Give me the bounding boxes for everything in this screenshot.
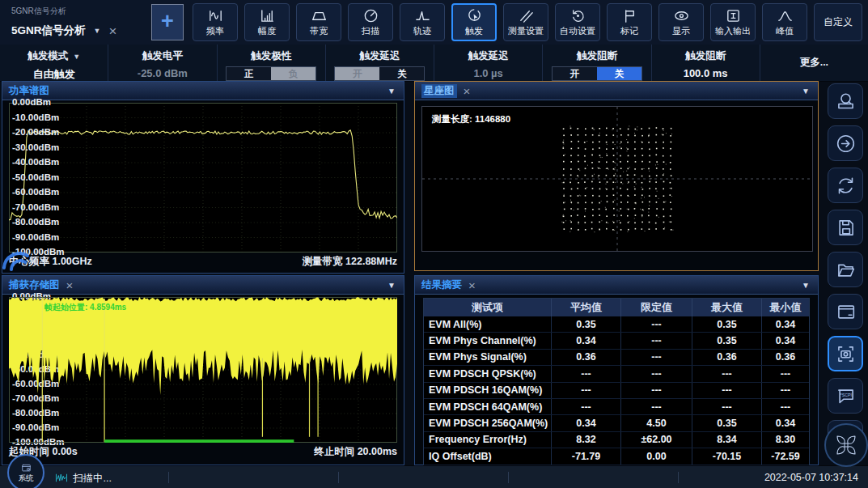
table-cell: --- <box>692 366 762 381</box>
power-spectrum-plot: 0.00dBm-10.00dBm-20.00dBm-30.00dBm-40.00… <box>9 103 397 252</box>
sidebar-button-arrow-right-circle[interactable] <box>828 125 863 161</box>
table-cell: --- <box>762 399 809 414</box>
toolbar-button-1[interactable]: 幅度 <box>244 3 290 41</box>
toggle-5[interactable]: 开关 <box>552 66 642 81</box>
toolbar-button-10[interactable]: 输入输出 <box>710 3 756 41</box>
chevron-down-icon[interactable]: ▼ <box>94 27 101 35</box>
panel-results-titlebar[interactable]: 结果摘要 × ▼ <box>415 276 818 295</box>
trigger-cell-value: 100.0 ms <box>684 67 728 79</box>
toggle-option[interactable]: 正 <box>227 67 271 80</box>
sidebar-button-print[interactable] <box>828 83 863 119</box>
collapse-icon[interactable]: ▼ <box>387 87 396 95</box>
panel-capture-titlebar[interactable]: 捕获存储图 × ▼ <box>2 276 404 295</box>
trigger-cell-3[interactable]: 触发延迟开关 <box>326 45 434 81</box>
table-cell: --- <box>621 399 692 414</box>
table-cell: 0.36 <box>762 350 809 365</box>
measure-bandwidth-label: 测量带宽 122.88MHz <box>303 255 397 269</box>
trigger-cell-6[interactable]: 触发阻断100.0 ms <box>652 45 760 81</box>
system-icon <box>20 462 32 474</box>
trigger-cell-7[interactable]: 更多... <box>760 45 868 81</box>
toolbar-button-0[interactable]: 频率 <box>193 3 238 41</box>
trigger-cell-label: 触发极性 <box>251 49 291 63</box>
capture-chart <box>9 297 397 443</box>
toolbar-button-11[interactable]: 峰值 <box>762 3 807 41</box>
toggle-3[interactable]: 开关 <box>334 66 425 81</box>
trigger-cell-2[interactable]: 触发极性正负 <box>218 45 326 81</box>
table-cell: EVM PDSCH 64QAM(%) <box>424 399 552 414</box>
app-window: 5GNR信号分析 5GNR信号分析 ▼ × + 频率幅度带宽扫描轨迹触发测量设置… <box>0 0 868 488</box>
system-button[interactable]: 系统 <box>7 454 44 488</box>
table-cell: -71.79 <box>552 448 621 464</box>
table-row: EVM All(%)0.35---0.350.34 <box>424 316 809 333</box>
sidebar-button-window[interactable] <box>828 294 863 329</box>
toggle-option[interactable]: 负 <box>271 67 315 80</box>
panel-title: 功率谱图 <box>9 84 49 98</box>
table-cell: Frequency Error(Hz) <box>424 432 552 448</box>
toggle-2[interactable]: 正负 <box>226 66 316 81</box>
statusbar-divider <box>508 472 509 483</box>
frequency-icon <box>207 7 224 24</box>
navigate-fab[interactable] <box>824 423 868 467</box>
trigger-cell-value: 自由触发 <box>33 67 75 82</box>
close-tab-icon[interactable]: × <box>108 24 116 38</box>
y-axis-label: -20.00dBm <box>12 127 59 137</box>
toolbar-button-9[interactable]: 显示 <box>658 3 704 41</box>
trigger-cell-5[interactable]: 触发阻断开关 <box>543 45 651 81</box>
panel-constellation-titlebar[interactable]: 星座图 × ▼ <box>415 82 818 100</box>
close-panel-icon[interactable]: × <box>66 279 74 291</box>
table-cell: 0.34 <box>552 415 621 431</box>
measurement-tab[interactable]: 5GNR信号分析 5GNR信号分析 ▼ × <box>11 3 145 41</box>
collapse-icon[interactable]: ▼ <box>387 281 396 290</box>
toolbar-button-12[interactable]: 自定义 <box>814 3 862 41</box>
toolbar-button-6[interactable]: 测量设置 <box>503 3 548 41</box>
sidebar-button-refresh[interactable] <box>828 168 863 203</box>
close-panel-icon[interactable]: × <box>464 85 471 97</box>
toggle-option[interactable]: 关 <box>379 67 424 80</box>
table-cell: EVM PDSCH QPSK(%) <box>424 366 552 381</box>
toolbar-button-label: 频率 <box>206 25 224 37</box>
sidebar-button-save[interactable] <box>828 210 863 245</box>
close-panel-icon[interactable]: × <box>468 279 476 291</box>
collapse-icon[interactable]: ▼ <box>802 87 810 95</box>
trigger-icon <box>466 7 483 24</box>
table-cell: --- <box>552 366 621 381</box>
trigger-cell-4[interactable]: 触发延迟1.0 µs <box>434 45 543 81</box>
more-button[interactable]: 更多... <box>800 56 828 70</box>
top-toolbar: 5GNR信号分析 5GNR信号分析 ▼ × + 频率幅度带宽扫描轨迹触发测量设置… <box>0 0 868 45</box>
chevron-down-icon[interactable]: ▼ <box>73 53 80 61</box>
add-tab-button[interactable]: + <box>151 4 184 40</box>
toolbar-button-label: 测量设置 <box>508 25 544 37</box>
table-cell: 8.32 <box>552 432 621 448</box>
toolbar-button-7[interactable]: 自动设置 <box>555 3 600 41</box>
y-axis-label: -80.00dBm <box>12 217 59 227</box>
sidebar-button-screenshot[interactable] <box>828 336 863 371</box>
table-cell: 0.36 <box>552 350 621 365</box>
toolbar-button-2[interactable]: 带宽 <box>296 3 341 41</box>
panel-power-titlebar[interactable]: 功率谱图 ▼ <box>2 82 404 100</box>
waveform-status-icon <box>55 472 68 484</box>
toggle-option[interactable]: 开 <box>553 67 597 80</box>
sidebar-button-scpi[interactable]: *SCPI <box>828 378 863 414</box>
toolbar-button-label: 扫描 <box>362 25 379 37</box>
collapse-icon[interactable]: ▼ <box>802 281 810 290</box>
trigger-cell-1[interactable]: 触发电平-25.0 dBm <box>108 45 217 81</box>
toolbar-button-8[interactable]: 标记 <box>607 3 652 41</box>
toggle-option[interactable]: 开 <box>335 67 379 80</box>
trace-icon <box>414 7 431 24</box>
toolbar-button-label: 峰值 <box>776 25 794 37</box>
sidebar-button-folder-open[interactable] <box>828 252 863 287</box>
table-cell: 8.34 <box>692 432 762 448</box>
clock: 2022-05-07 10:37:14 <box>764 472 858 483</box>
trigger-cell-0[interactable]: 触发模式▼自由触发 <box>0 45 108 81</box>
toolbar-button-5[interactable]: 触发 <box>451 3 497 41</box>
table-cell: 0.35 <box>692 316 762 332</box>
trigger-cell-label: 触发电平 <box>142 49 183 63</box>
toolbar-button-3[interactable]: 扫描 <box>348 3 393 41</box>
save-icon <box>835 217 857 239</box>
y-axis-label: -10.00dBm <box>12 112 59 122</box>
io-icon <box>725 7 742 24</box>
y-axis-label: -60.00dBm <box>12 187 59 197</box>
toggle-option[interactable]: 关 <box>597 67 641 80</box>
toolbar-button-4[interactable]: 轨迹 <box>400 3 445 41</box>
sweep-icon <box>362 7 379 24</box>
